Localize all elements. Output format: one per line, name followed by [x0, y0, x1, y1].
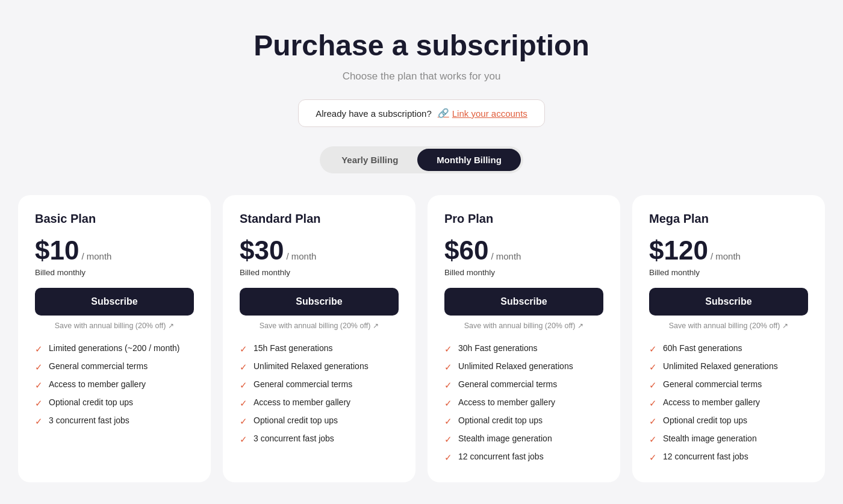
billing-toggle: Yearly Billing Monthly Billing: [320, 146, 523, 173]
plan-price: $30: [240, 235, 284, 266]
feature-item: ✓ 12 concurrent fast jobs: [444, 452, 603, 463]
feature-text: Stealth image generation: [458, 434, 552, 443]
plan-billed: Billed monthly: [35, 268, 194, 277]
plan-billed: Billed monthly: [649, 268, 808, 277]
check-icon: ✓: [240, 362, 247, 373]
feature-text: Optional credit top ups: [458, 415, 543, 425]
plan-per-month: / month: [711, 251, 741, 261]
feature-text: Optional credit top ups: [254, 415, 338, 425]
feature-item: ✓ Optional credit top ups: [649, 415, 808, 427]
feature-item: ✓ General commercial terms: [35, 361, 194, 373]
check-icon: ✓: [240, 416, 247, 427]
page-subtitle: Choose the plan that works for you: [343, 70, 501, 82]
check-icon: ✓: [649, 416, 657, 427]
feature-item: ✓ Access to member gallery: [35, 379, 194, 391]
check-icon: ✓: [35, 362, 43, 373]
check-icon: ✓: [649, 452, 657, 463]
feature-item: ✓ General commercial terms: [649, 379, 808, 391]
plan-card-basic: Basic Plan $10 / month Billed monthly Su…: [18, 195, 211, 482]
feature-text: General commercial terms: [458, 379, 557, 389]
feature-text: Access to member gallery: [663, 397, 760, 407]
monthly-billing-button[interactable]: Monthly Billing: [417, 149, 520, 171]
feature-text: 12 concurrent fast jobs: [458, 452, 544, 461]
plan-per-month: / month: [81, 251, 111, 261]
plan-name: Standard Plan: [240, 212, 399, 226]
save-annual-text: Save with annual billing (20% off) ↗: [444, 322, 603, 330]
check-icon: ✓: [35, 344, 43, 355]
link-accounts-link[interactable]: 🔗 Link your accounts: [438, 108, 527, 119]
save-annual-text: Save with annual billing (20% off) ↗: [35, 322, 194, 330]
feature-text: General commercial terms: [254, 379, 352, 389]
feature-text: Unlimited Relaxed generations: [254, 361, 369, 371]
plan-price-row: $120 / month: [649, 235, 808, 266]
features-list: ✓ 60h Fast generations ✓ Unlimited Relax…: [649, 343, 808, 463]
feature-item: ✓ Unlimited Relaxed generations: [649, 361, 808, 373]
existing-subscription-banner: Already have a subscription? 🔗 Link your…: [298, 99, 545, 127]
subscribe-button-basic[interactable]: Subscribe: [35, 288, 194, 316]
plan-billed: Billed monthly: [444, 268, 603, 277]
check-icon: ✓: [240, 398, 247, 409]
feature-item: ✓ 30h Fast generations: [444, 343, 603, 355]
check-icon: ✓: [444, 398, 452, 409]
features-list: ✓ 30h Fast generations ✓ Unlimited Relax…: [444, 343, 603, 463]
subscribe-button-mega[interactable]: Subscribe: [649, 288, 808, 316]
check-icon: ✓: [649, 344, 657, 355]
arrow-icon: ↗: [168, 322, 174, 330]
feature-item: ✓ Access to member gallery: [649, 397, 808, 409]
check-icon: ✓: [240, 434, 247, 445]
plan-per-month: / month: [491, 251, 521, 261]
check-icon: ✓: [444, 452, 452, 463]
feature-text: Stealth image generation: [663, 434, 757, 443]
features-list: ✓ Limited generations (~200 / month) ✓ G…: [35, 343, 194, 427]
subscribe-button-pro[interactable]: Subscribe: [444, 288, 603, 316]
check-icon: ✓: [649, 380, 657, 391]
plan-card-mega: Mega Plan $120 / month Billed monthly Su…: [632, 195, 825, 482]
plan-name: Basic Plan: [35, 212, 194, 226]
plans-grid: Basic Plan $10 / month Billed monthly Su…: [18, 195, 825, 482]
feature-item: ✓ Unlimited Relaxed generations: [444, 361, 603, 373]
feature-item: ✓ 12 concurrent fast jobs: [649, 452, 808, 463]
plan-card-pro: Pro Plan $60 / month Billed monthly Subs…: [428, 195, 620, 482]
check-icon: ✓: [649, 398, 657, 409]
plan-price: $120: [649, 235, 708, 266]
feature-text: General commercial terms: [663, 379, 762, 389]
check-icon: ✓: [35, 416, 43, 427]
existing-sub-text: Already have a subscription?: [316, 108, 432, 119]
check-icon: ✓: [649, 362, 657, 373]
feature-text: Limited generations (~200 / month): [49, 343, 180, 353]
yearly-billing-button[interactable]: Yearly Billing: [322, 149, 417, 171]
plan-price-row: $60 / month: [444, 235, 603, 266]
feature-item: ✓ Unlimited Relaxed generations: [240, 361, 399, 373]
check-icon: ✓: [444, 362, 452, 373]
feature-item: ✓ Optional credit top ups: [35, 397, 194, 409]
feature-item: ✓ General commercial terms: [444, 379, 603, 391]
save-annual-text: Save with annual billing (20% off) ↗: [649, 322, 808, 330]
plan-name: Pro Plan: [444, 212, 603, 226]
feature-text: Access to member gallery: [458, 397, 555, 407]
check-icon: ✓: [240, 380, 247, 391]
plan-card-standard: Standard Plan $30 / month Billed monthly…: [223, 195, 415, 482]
feature-item: ✓ Access to member gallery: [240, 397, 399, 409]
check-icon: ✓: [35, 398, 43, 409]
feature-text: General commercial terms: [49, 361, 148, 371]
feature-item: ✓ Optional credit top ups: [444, 415, 603, 427]
feature-item: ✓ General commercial terms: [240, 379, 399, 391]
feature-item: ✓ Stealth image generation: [649, 434, 808, 445]
feature-item: ✓ 60h Fast generations: [649, 343, 808, 355]
subscribe-button-standard[interactable]: Subscribe: [240, 288, 399, 316]
feature-item: ✓ 3 concurrent fast jobs: [35, 415, 194, 427]
link-icon: 🔗: [438, 108, 449, 119]
features-list: ✓ 15h Fast generations ✓ Unlimited Relax…: [240, 343, 399, 445]
arrow-icon: ↗: [782, 322, 788, 330]
plan-billed: Billed monthly: [240, 268, 399, 277]
link-accounts-label: Link your accounts: [452, 108, 527, 119]
save-annual-text: Save with annual billing (20% off) ↗: [240, 322, 399, 330]
feature-text: Unlimited Relaxed generations: [458, 361, 573, 371]
feature-text: 30h Fast generations: [458, 343, 538, 353]
feature-text: 12 concurrent fast jobs: [663, 452, 748, 461]
feature-text: Unlimited Relaxed generations: [663, 361, 778, 371]
page-title: Purchase a subscription: [254, 29, 589, 62]
check-icon: ✓: [444, 380, 452, 391]
plan-price-row: $10 / month: [35, 235, 194, 266]
feature-item: ✓ Stealth image generation: [444, 434, 603, 445]
